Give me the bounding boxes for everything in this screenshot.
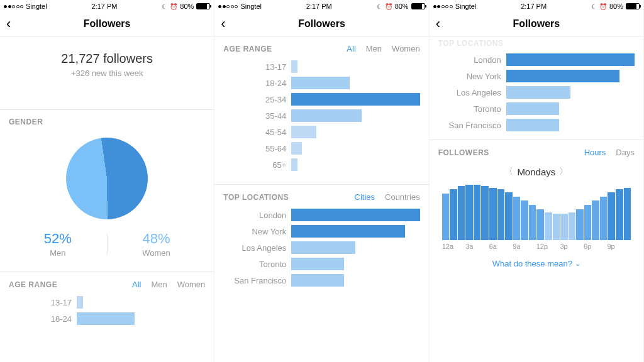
- back-button[interactable]: ‹: [6, 17, 11, 31]
- back-button[interactable]: ‹: [221, 17, 225, 31]
- hbar-label: Toronto: [438, 104, 506, 114]
- tab-age-all[interactable]: All: [132, 280, 141, 289]
- status-bar: Singtel 2:17 PM ☾ ⏰ 80%: [430, 0, 643, 11]
- hbar-label: 45-54: [223, 128, 291, 137]
- tab-age-men[interactable]: Men: [151, 280, 167, 289]
- hbar-bar: [506, 86, 570, 99]
- hbar-bar: [291, 77, 349, 89]
- hour-axis-tick: 12a: [442, 243, 466, 250]
- hour-bar: [505, 192, 513, 240]
- hbar-label: 55-64: [223, 144, 291, 153]
- hour-bar: [513, 197, 521, 240]
- hours-bar-chart: [438, 184, 635, 240]
- alarm-icon: ⏰: [385, 3, 392, 10]
- hbar-row: 18-24: [9, 310, 205, 327]
- hours-axis: 12a3a6a9a12p3p6p9p: [438, 240, 635, 250]
- age-section-peek: AGE RANGE All Men Women 13-1718-24: [0, 272, 214, 333]
- signal-dots-icon: [4, 5, 23, 8]
- hour-bar: [624, 188, 631, 240]
- tab-hours[interactable]: Hours: [584, 148, 606, 157]
- nav-header: ‹ Followers: [0, 11, 214, 36]
- tab-age-all[interactable]: All: [347, 44, 355, 53]
- chevron-right-icon[interactable]: 〉: [559, 166, 568, 177]
- hbar-row: Toronto: [438, 101, 635, 117]
- day-selector-label: Mondays: [517, 167, 555, 177]
- hbar-label: 13-17: [9, 298, 77, 307]
- signal-dots-icon: [218, 5, 238, 8]
- hbar-label: 35-44: [223, 111, 291, 121]
- hbar-row: London: [223, 207, 419, 223]
- hour-bar: [481, 186, 489, 240]
- status-bar: Singtel 2:17 PM ☾ ⏰ 80%: [214, 0, 428, 11]
- hbar-row: 25-34: [223, 91, 419, 107]
- tab-age-men[interactable]: Men: [366, 44, 382, 53]
- carrier-label: Singtel: [455, 3, 477, 10]
- battery-pct-label: 80%: [609, 3, 623, 10]
- carrier-label: Singtel: [26, 3, 47, 10]
- hbar-label: London: [438, 55, 506, 65]
- alarm-icon: ⏰: [170, 3, 177, 10]
- hbar-bar: [291, 60, 297, 73]
- alarm-icon: ⏰: [599, 3, 607, 10]
- hbar-bar: [291, 225, 404, 238]
- signal-dots-icon: [433, 5, 453, 8]
- hbar-label: Toronto: [223, 260, 291, 269]
- age-section-label: AGE RANGE: [223, 45, 272, 53]
- chevron-left-icon[interactable]: 〈: [504, 166, 513, 177]
- hour-bar: [545, 212, 552, 240]
- carrier-label: Singtel: [240, 3, 262, 10]
- hour-bar: [608, 192, 615, 240]
- gender-men-pct: 52%: [9, 231, 107, 247]
- dnd-moon-icon: ☾: [377, 3, 382, 10]
- tab-days[interactable]: Days: [616, 148, 635, 157]
- followers-time-tabs: Hours Days: [584, 148, 635, 157]
- followers-time-section: FOLLOWERS Hours Days 〈 Mondays 〉 12a3a6a…: [430, 140, 643, 276]
- tab-age-women[interactable]: Women: [392, 44, 420, 53]
- hbar-label: London: [223, 211, 291, 220]
- hour-bar: [521, 200, 528, 240]
- nav-header: ‹ Followers: [214, 11, 428, 36]
- what-do-these-mean-link[interactable]: What do these mean? ⌄: [438, 250, 635, 272]
- hbar-row: 55-64: [223, 140, 419, 156]
- page-title: Followers: [513, 18, 560, 30]
- hbar-row: New York: [438, 68, 635, 84]
- hbar-label: New York: [223, 227, 291, 236]
- hbar-bar: [291, 274, 344, 287]
- clock-label: 2:17 PM: [521, 3, 547, 10]
- battery-pct-label: 80%: [395, 3, 409, 10]
- tab-loc-cities[interactable]: Cities: [355, 192, 375, 202]
- follower-summary: 21,727 followers +326 new this week: [0, 36, 214, 84]
- hbar-bar: [506, 53, 635, 66]
- page-title: Followers: [298, 18, 345, 30]
- hour-bar: [569, 212, 576, 240]
- back-button[interactable]: ‹: [436, 17, 440, 31]
- hbar-row: Toronto: [223, 256, 419, 272]
- hour-bar: [553, 214, 560, 240]
- screen-3-locations-hours: Singtel 2:17 PM ☾ ⏰ 80% ‹ Followers TOP …: [430, 0, 644, 362]
- gender-men-cell: 52% Men: [9, 231, 107, 258]
- hbar-row: San Francisco: [438, 117, 635, 133]
- tab-loc-countries[interactable]: Countries: [385, 192, 420, 202]
- hbar-bar: [506, 70, 619, 82]
- hbar-bar: [291, 209, 419, 221]
- status-bar: Singtel 2:17 PM ☾ ⏰ 80%: [0, 0, 214, 11]
- age-tabs: All Men Women: [347, 44, 419, 53]
- hour-bar: [616, 189, 623, 240]
- age-tabs: All Men Women: [132, 280, 205, 289]
- hour-bar: [458, 186, 465, 240]
- followers-time-label: FOLLOWERS: [438, 148, 489, 157]
- hbar-bar: [506, 102, 559, 115]
- hbar-bar: [291, 158, 297, 171]
- hour-bar: [560, 214, 568, 240]
- tab-age-women[interactable]: Women: [177, 280, 206, 289]
- gender-pie-chart: [66, 138, 148, 219]
- day-selector[interactable]: 〈 Mondays 〉: [438, 157, 635, 184]
- hour-bar: [497, 189, 505, 240]
- hour-bar: [592, 200, 599, 240]
- hbar-label: San Francisco: [223, 276, 291, 285]
- locations-section: TOP LOCATIONS Cities Countries LondonNew…: [214, 184, 428, 295]
- hour-axis-tick: 6a: [489, 243, 513, 250]
- hour-axis-tick: 3a: [465, 243, 489, 250]
- battery-icon: [411, 3, 425, 9]
- battery-pct-label: 80%: [180, 3, 194, 10]
